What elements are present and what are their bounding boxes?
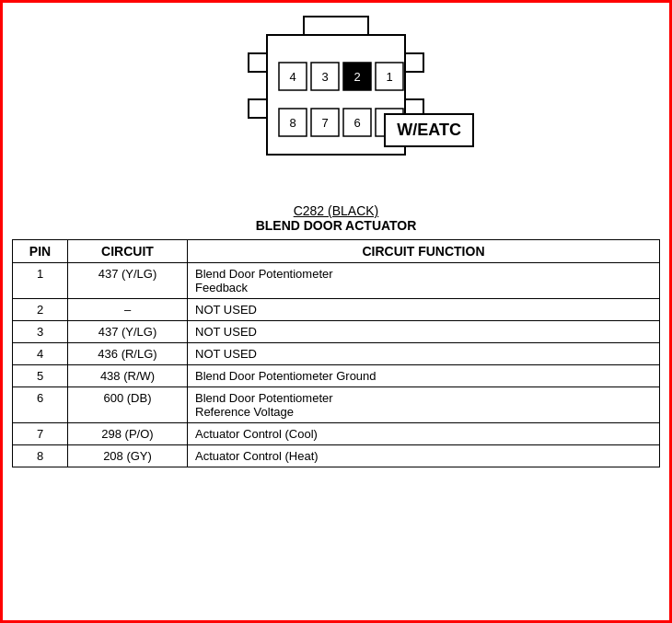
svg-rect-4 [405, 53, 423, 72]
cell-circuit: 438 (R/W) [68, 365, 188, 387]
cell-function: NOT USED [188, 321, 660, 343]
svg-text:6: 6 [353, 116, 360, 130]
svg-rect-3 [249, 99, 267, 118]
cell-function: Blend Door Potentiometer Reference Volta… [188, 387, 660, 423]
cell-pin: 3 [13, 321, 68, 343]
table-header-row: PIN CIRCUIT CIRCUIT FUNCTION [13, 240, 660, 263]
table-row: 8208 (GY)Actuator Control (Heat) [13, 445, 660, 467]
cell-function: Actuator Control (Heat) [188, 445, 660, 467]
diagram-area: 4 3 2 1 8 7 [3, 3, 669, 239]
connector-title: C282 (BLACK) BLEND DOOR ACTUATOR [256, 203, 417, 233]
table-row: 1437 (Y/LG)Blend Door Potentiometer Feed… [13, 263, 660, 299]
table-row: 2–NOT USED [13, 299, 660, 321]
cell-pin: 1 [13, 263, 68, 299]
cell-circuit: 298 (P/O) [68, 423, 188, 445]
connector-diagram: 4 3 2 1 8 7 [198, 12, 474, 196]
cell-pin: 4 [13, 343, 68, 365]
svg-text:8: 8 [289, 116, 295, 130]
cell-pin: 6 [13, 387, 68, 423]
cell-circuit: 208 (GY) [68, 445, 188, 467]
svg-text:3: 3 [321, 70, 328, 84]
col-header-circuit: CIRCUIT [68, 240, 188, 263]
table-row: 3437 (Y/LG)NOT USED [13, 321, 660, 343]
cell-function: NOT USED [188, 299, 660, 321]
cell-circuit: 437 (Y/LG) [68, 263, 188, 299]
svg-text:7: 7 [321, 116, 328, 130]
cell-function: Blend Door Potentiometer Feedback [188, 263, 660, 299]
svg-text:2: 2 [353, 70, 360, 84]
cell-pin: 8 [13, 445, 68, 467]
cell-function: NOT USED [188, 343, 660, 365]
table-section: PIN CIRCUIT CIRCUIT FUNCTION 1437 (Y/LG)… [3, 239, 669, 620]
cell-circuit: – [68, 299, 188, 321]
table-row: 5438 (R/W)Blend Door Potentiometer Groun… [13, 365, 660, 387]
cell-pin: 7 [13, 423, 68, 445]
col-header-function: CIRCUIT FUNCTION [188, 240, 660, 263]
pin-table: PIN CIRCUIT CIRCUIT FUNCTION 1437 (Y/LG)… [12, 239, 660, 467]
cell-function: Actuator Control (Cool) [188, 423, 660, 445]
cell-circuit: 437 (Y/LG) [68, 321, 188, 343]
weatc-badge: W/EATC [384, 113, 474, 147]
svg-rect-2 [249, 53, 267, 72]
cell-pin: 2 [13, 299, 68, 321]
table-row: 6600 (DB)Blend Door Potentiometer Refere… [13, 387, 660, 423]
svg-text:1: 1 [386, 70, 392, 84]
cell-circuit: 600 (DB) [68, 387, 188, 423]
table-row: 7298 (P/O)Actuator Control (Cool) [13, 423, 660, 445]
cell-circuit: 436 (R/LG) [68, 343, 188, 365]
connector-name: BLEND DOOR ACTUATOR [256, 218, 417, 233]
table-row: 4436 (R/LG)NOT USED [13, 343, 660, 365]
main-container: 4 3 2 1 8 7 [3, 3, 669, 620]
cell-pin: 5 [13, 365, 68, 387]
svg-rect-0 [304, 17, 368, 35]
col-header-pin: PIN [13, 240, 68, 263]
connector-model: C282 (BLACK) [256, 203, 417, 218]
svg-text:4: 4 [289, 70, 295, 84]
cell-function: Blend Door Potentiometer Ground [188, 365, 660, 387]
